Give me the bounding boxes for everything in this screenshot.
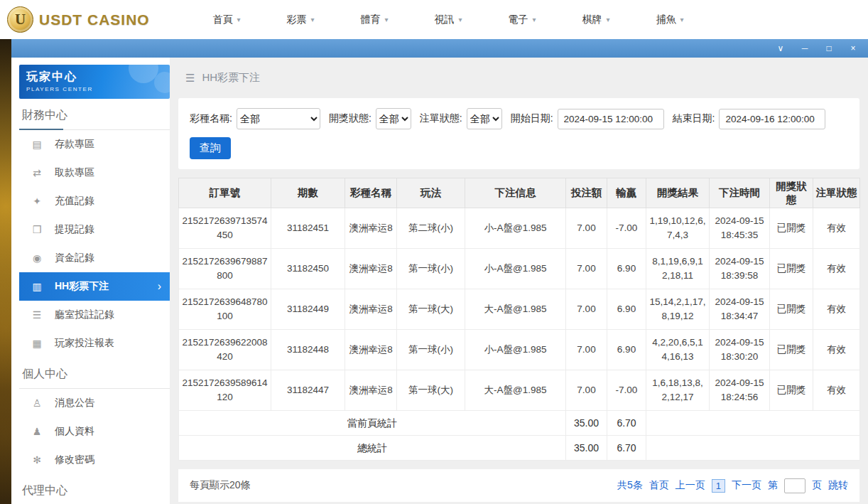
current-page-indicator[interactable]: 1 (712, 479, 725, 493)
column-header: 下注信息 (465, 178, 566, 208)
nav-item-4[interactable]: 視訊▾ (411, 14, 485, 26)
cell: 4,2,20,6,5,14,16,13 (646, 330, 710, 370)
summary-winloss-total: 6.70 (607, 411, 646, 436)
page-size-text: 每頁顯示20條 (190, 479, 251, 492)
cell: 2024-09-15 18:24:56 (710, 370, 770, 411)
sidebar-item-hall-bet-record[interactable]: ☰廳室投註記錄 (19, 301, 170, 329)
sidebar-item-label: 資金記錄 (55, 252, 94, 264)
table-header-row: 訂單號期數彩種名稱玩法下注信息投注額輸贏開獎結果下注時間開獎狀態注單狀態 (179, 178, 860, 208)
draw-status-select[interactable]: 全部 (376, 108, 411, 129)
first-page-link[interactable]: 首页 (649, 479, 669, 492)
sidebar-item-label: 廳室投註記錄 (55, 309, 114, 321)
cell: 已開獎 (770, 370, 813, 411)
table-row: 215217263964878010031182449澳洲幸运8第一球(大)大-… (179, 289, 860, 330)
total-count-text: 共5条 (617, 479, 643, 492)
search-button[interactable]: 查詢 (190, 137, 231, 159)
filter-label: 開始日期: (511, 112, 553, 125)
jump-button[interactable]: 跳转 (828, 479, 848, 492)
sidebar-item-announcement[interactable]: ♙消息公告 (19, 389, 170, 417)
sidebar-header-title: 玩家中心 (26, 70, 163, 85)
cell: 31182448 (271, 330, 345, 370)
sidebar-item-withdraw[interactable]: ⇄取款專區 (19, 159, 170, 187)
cell: 6.90 (607, 289, 646, 330)
filter-label: 結束日期: (673, 112, 715, 125)
sidebar-item-recharge-record[interactable]: ✦充值記錄 (19, 187, 170, 215)
coin-letter: U (15, 11, 26, 28)
column-header: 投注額 (566, 178, 607, 208)
summary-empty-cell (646, 411, 860, 436)
minimize-button[interactable]: ─ (800, 44, 810, 53)
nav-item-label: 捕魚 (656, 14, 676, 26)
sidebar-item-funds-record[interactable]: ◉資金記錄 (19, 244, 170, 272)
menu-icon[interactable]: ☰ (185, 72, 195, 85)
maximize-button[interactable]: □ (824, 44, 834, 53)
cell: 6.90 (607, 249, 646, 289)
sidebar-header-subtitle: PLAYERS CENTER (26, 86, 163, 92)
deposit-icon: ▤ (31, 139, 43, 150)
announcement-icon: ♙ (31, 397, 43, 409)
filter-panel: 彩種名稱:全部開獎狀態:全部注單狀態:全部開始日期:結束日期: 查詢 (178, 98, 859, 169)
cell: 小-A盤@1.985 (465, 330, 566, 370)
chevron-down-icon: ▾ (237, 16, 240, 23)
sidebar-item-password[interactable]: ✻修改密碼 (19, 446, 170, 474)
chevron-down-icon: ▾ (532, 16, 536, 23)
sidebar-item-profile[interactable]: ♟個人資料 (19, 417, 170, 446)
cell: 8,1,19,6,9,12,18,11 (646, 249, 710, 289)
chevron-down-icon: ▾ (310, 16, 314, 23)
nav-item-3[interactable]: 體育▾ (337, 14, 411, 26)
filter-label: 開獎狀態: (329, 112, 371, 125)
cell: 31182451 (271, 208, 345, 249)
column-header: 玩法 (397, 178, 465, 208)
sidebar-item-label: HH彩票下注 (55, 280, 109, 293)
table-row: 215217263967988780031182450澳洲幸运8第一球(小)小-… (179, 249, 860, 289)
filter-label: 彩種名稱: (190, 112, 232, 125)
cashout-record-icon: ❒ (31, 224, 43, 235)
chevron-right-icon: › (158, 280, 161, 293)
cell: 已開獎 (770, 289, 813, 330)
chevron-down-icon: ▾ (384, 16, 388, 23)
sidebar-item-cashout-record[interactable]: ❒提現記錄 (19, 215, 170, 244)
cell: 第一球(大) (397, 289, 465, 330)
bets-table: 訂單號期數彩種名稱玩法下注信息投注額輸贏開獎結果下注時間開獎狀態注單狀態 215… (178, 178, 860, 461)
table-body: 215217263971357445031182451澳洲幸运8第二球(小)小-… (179, 208, 860, 461)
cell: 2152172639589614120 (179, 370, 271, 411)
nav-item-label: 棋牌 (582, 14, 602, 26)
sidebar-item-deposit[interactable]: ▤存款專區 (19, 130, 170, 159)
cell: 已開獎 (770, 208, 813, 249)
nav-item-6[interactable]: 棋牌▾ (559, 14, 633, 26)
nav-item-1[interactable]: 首頁▾ (190, 14, 264, 26)
summary-label: 當前頁統計 (179, 411, 566, 436)
table-footer: 每頁顯示20條 共5条 首页 上一页 1 下一页 第 页 跳转 (178, 469, 859, 502)
end-date-input[interactable] (719, 109, 825, 129)
cell: 澳洲幸运8 (345, 289, 397, 330)
next-page-link[interactable]: 下一页 (732, 479, 761, 492)
start-date-input[interactable] (558, 109, 664, 129)
sidebar-item-player-report[interactable]: ▦玩家投注報表 (19, 329, 170, 358)
order-status-select[interactable]: 全部 (467, 108, 502, 129)
cell: -7.00 (607, 208, 646, 249)
cell: 7.00 (566, 208, 607, 249)
page-header: ☰ HH彩票下注 (170, 58, 868, 98)
logo[interactable]: U USDT CASINO (7, 6, 160, 33)
column-header: 下注時間 (710, 178, 770, 208)
cell: 有效 (813, 330, 860, 370)
collapse-button[interactable]: ∨ (776, 44, 786, 53)
cell: 6.90 (607, 330, 646, 370)
nav-item-5[interactable]: 電子▾ (485, 14, 559, 26)
nav-item-label: 視訊 (434, 14, 454, 26)
nav-item-2[interactable]: 彩票▾ (264, 14, 337, 26)
sidebar-sections: 財務中心▤存款專區⇄取款專區✦充值記錄❒提現記錄◉資金記錄▥HH彩票下注›☰廳室… (19, 99, 170, 504)
jump-suffix-label: 页 (812, 479, 822, 492)
sidebar-item-lottery-bet[interactable]: ▥HH彩票下注› (19, 272, 170, 301)
lottery-name-select[interactable]: 全部 (237, 108, 320, 129)
cell: 2152172639679887800 (179, 249, 271, 289)
sidebar-item-label: 消息公告 (55, 397, 94, 409)
cell: 已開獎 (770, 249, 813, 289)
prev-page-link[interactable]: 上一页 (676, 479, 705, 492)
close-button[interactable]: × (848, 44, 858, 53)
sidebar-section-title: 代理中心 (19, 474, 170, 504)
nav-item-7[interactable]: 捕魚▾ (633, 14, 707, 26)
window-body: 玩家中心 PLAYERS CENTER 財務中心▤存款專區⇄取款專區✦充值記錄❒… (11, 58, 868, 504)
page-jump-input[interactable] (784, 478, 805, 493)
sidebar-item-label: 玩家投注報表 (55, 337, 114, 350)
